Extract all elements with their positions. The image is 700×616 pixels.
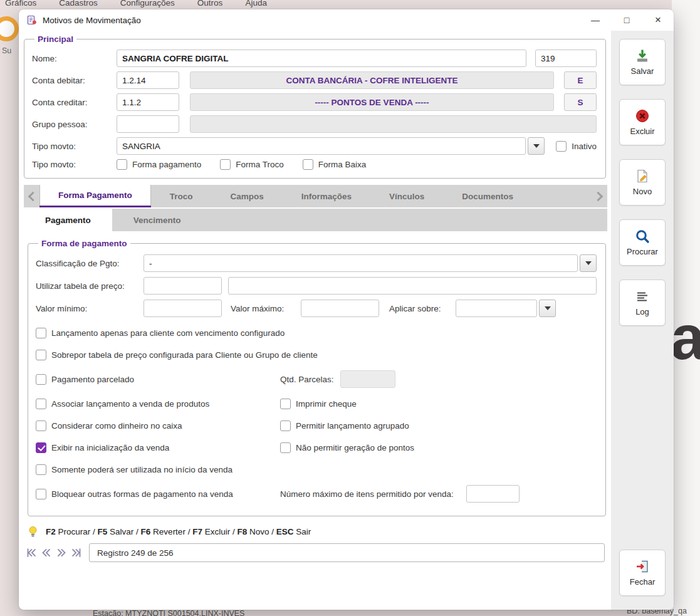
nome-input[interactable] xyxy=(117,50,526,67)
forma-troco-checkbox[interactable]: Forma Troco xyxy=(220,159,284,170)
somente-inicio-venda-checkbox-box[interactable] xyxy=(36,464,46,475)
lancamento-apenas-cliente-checkbox[interactable]: Lançamento apenas para cliente com venci… xyxy=(36,328,285,338)
bloquear-outras-formas-checkbox-box[interactable] xyxy=(36,489,46,499)
forma-baixa-checkbox-box[interactable] xyxy=(303,159,313,170)
conta-creditar-s-button[interactable]: S xyxy=(564,93,597,111)
tabela-preco-code-input[interactable] xyxy=(144,277,222,295)
valor-minimo-input[interactable] xyxy=(144,300,222,317)
sobrepor-tabela-preco-checkbox-label: Sobrepor tabela de preço configurada par… xyxy=(51,350,318,360)
dialog-titlebar[interactable]: Motivos de Movimentação — □ × xyxy=(19,9,674,31)
menu-item-configuracoes[interactable]: Configurações xyxy=(120,0,175,8)
forma-pagamento-checkbox[interactable]: Forma pagamento xyxy=(117,159,201,170)
tab-documentos[interactable]: Documentos xyxy=(443,185,532,207)
lancamento-apenas-cliente-checkbox-box[interactable] xyxy=(36,328,46,338)
forma-pagamento-checkbox-label: Forma pagamento xyxy=(132,160,201,169)
permitir-lancamento-agrupado-checkbox[interactable]: Permitir lançamento agrupado xyxy=(280,420,409,431)
tabela-preco-label: Utilizar tabela de preço: xyxy=(36,281,144,291)
pagamento-parcelado-checkbox-box[interactable] xyxy=(36,374,46,385)
station-status-text: Estação: MTYZNOTI S001504.LINX-INVES xyxy=(93,609,244,616)
aplicar-sobre-combo-input[interactable] xyxy=(456,300,537,317)
window-controls: — □ × xyxy=(580,9,674,31)
qtd-parcelas-input xyxy=(340,370,395,388)
novo-button[interactable]: Novo xyxy=(619,159,666,206)
codigo-input[interactable] xyxy=(535,50,597,67)
inativo-checkbox-box[interactable] xyxy=(556,141,567,152)
aplicar-sobre-dropdown-button[interactable] xyxy=(539,300,556,317)
tab-troco[interactable]: Troco xyxy=(151,185,212,207)
subtab-pagamento[interactable]: Pagamento xyxy=(24,209,112,231)
nao-permitir-geracao-pontos-checkbox-label: Não permitir geração de pontos xyxy=(296,443,414,452)
conta-debitar-input[interactable] xyxy=(117,71,179,89)
lancamento-apenas-cliente-checkbox-label: Lançamento apenas para cliente com venci… xyxy=(51,328,285,338)
tipo-movto-combo-input[interactable] xyxy=(117,137,526,155)
fechar-button[interactable]: Fechar xyxy=(619,550,666,596)
chevron-down-icon xyxy=(533,144,540,148)
grupo-pessoa-input[interactable] xyxy=(117,115,179,133)
imprimir-cheque-checkbox-box[interactable] xyxy=(280,399,291,409)
permitir-lancamento-agrupado-checkbox-box[interactable] xyxy=(280,420,291,431)
imprimir-cheque-checkbox-label: Imprimir cheque xyxy=(296,399,357,409)
subtab-vencimento[interactable]: Vencimento xyxy=(112,209,202,231)
menu-item-outros[interactable]: Outros xyxy=(197,0,223,8)
tab-vinculos[interactable]: Vínculos xyxy=(370,185,443,207)
minimize-button[interactable]: — xyxy=(580,9,611,31)
menu-item-graficos[interactable]: Gráficos xyxy=(5,0,36,8)
tabs-scroll-right-button[interactable] xyxy=(592,185,607,207)
next-record-button[interactable] xyxy=(54,545,69,561)
forma-baixa-checkbox[interactable]: Forma Baixa xyxy=(303,159,367,170)
previous-record-button[interactable] xyxy=(39,545,54,561)
main-tab-strip: Forma Pagamento Troco Campos Informações… xyxy=(24,185,607,209)
menu-item-cadastros[interactable]: Cadastros xyxy=(59,0,98,8)
valor-maximo-input[interactable] xyxy=(301,300,379,317)
pagamento-parcelado-checkbox[interactable]: Pagamento parcelado xyxy=(36,374,280,385)
maximize-button[interactable]: □ xyxy=(611,9,642,31)
exibir-inicializacao-venda-checkbox[interactable]: Exibir na inicialização da venda xyxy=(36,442,280,453)
procurar-button[interactable]: Procurar xyxy=(619,219,666,266)
max-itens-input[interactable] xyxy=(466,485,520,503)
excluir-button[interactable]: Excluir xyxy=(619,99,666,145)
permitir-lancamento-agrupado-checkbox-label: Permitir lançamento agrupado xyxy=(296,421,409,431)
sobrepor-tabela-preco-checkbox-box[interactable] xyxy=(36,350,46,360)
log-button[interactable]: Log xyxy=(619,279,666,326)
nao-permitir-geracao-pontos-checkbox-box[interactable] xyxy=(280,442,291,453)
tab-informacoes[interactable]: Informações xyxy=(283,185,370,207)
tab-forma-pagamento[interactable]: Forma Pagamento xyxy=(39,185,151,207)
max-itens-label: Número máximo de itens permitido por ven… xyxy=(280,489,454,499)
considerar-dinheiro-caixa-checkbox-box[interactable] xyxy=(36,420,46,431)
tipo-movto-dropdown-button[interactable] xyxy=(528,137,545,155)
menu-item-ajuda[interactable]: Ajuda xyxy=(245,0,267,8)
close-window-button[interactable]: × xyxy=(642,9,674,31)
associar-lancamento-venda-checkbox[interactable]: Associar lançamento a venda de produtos xyxy=(36,399,280,409)
forma-troco-checkbox-box[interactable] xyxy=(220,159,231,170)
tab-campos[interactable]: Campos xyxy=(212,185,283,207)
imprimir-cheque-checkbox[interactable]: Imprimir cheque xyxy=(280,399,357,409)
classificacao-dropdown-button[interactable] xyxy=(580,254,597,272)
tipo-movto-label: Tipo movto: xyxy=(32,142,117,151)
last-record-button[interactable] xyxy=(69,545,84,561)
tabela-preco-row: Utilizar tabela de preço: xyxy=(36,277,597,295)
salvar-button[interactable]: Salvar xyxy=(619,39,666,85)
forma-pagamento-checkbox-box[interactable] xyxy=(117,159,127,170)
classificacao-combo-input[interactable] xyxy=(144,254,578,272)
tabela-preco-desc-input[interactable] xyxy=(228,277,597,295)
pagamento-parcelado-checkbox-label: Pagamento parcelado xyxy=(51,375,134,384)
conta-creditar-input[interactable] xyxy=(117,93,179,111)
exibir-inicializacao-venda-checkbox-box[interactable] xyxy=(36,442,46,453)
nome-label: Nome: xyxy=(32,54,117,63)
shortcut-hint-text: F2 Procurar / F5 Salvar / F6 Reverter / … xyxy=(46,527,311,536)
somente-inicio-venda-checkbox[interactable]: Somente poderá ser utilizada no início d… xyxy=(36,464,232,475)
conta-debitar-e-button[interactable]: E xyxy=(564,71,597,89)
sobrepor-tabela-preco-checkbox[interactable]: Sobrepor tabela de preço configurada par… xyxy=(36,350,318,360)
considerar-dinheiro-caixa-checkbox[interactable]: Considerar como dinheiro no caixa xyxy=(36,420,280,431)
bloquear-outras-formas-checkbox[interactable]: Bloquear outras formas de pagamento na v… xyxy=(36,489,280,499)
procurar-label: Procurar xyxy=(627,247,658,256)
background-menubar: Gráficos Cadastros Configurações Outros … xyxy=(5,0,267,8)
associar-lancamento-venda-checkbox-box[interactable] xyxy=(36,399,46,409)
inativo-checkbox[interactable]: Inativo xyxy=(556,141,597,152)
nao-permitir-geracao-pontos-checkbox[interactable]: Não permitir geração de pontos xyxy=(280,442,414,453)
tabs-scroll-left-button[interactable] xyxy=(24,185,39,207)
save-icon xyxy=(635,48,650,63)
principal-legend: Principal xyxy=(34,34,76,44)
first-record-button[interactable] xyxy=(24,545,39,561)
fechar-label: Fechar xyxy=(630,577,655,587)
